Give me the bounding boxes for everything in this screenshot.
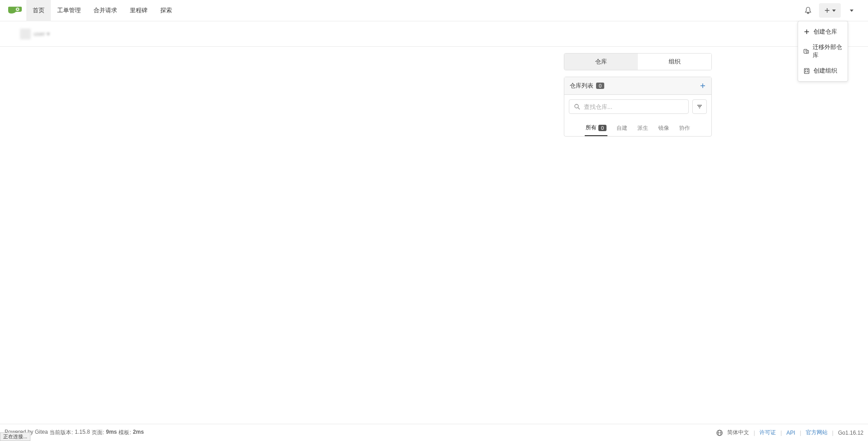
repo-panel: 仓库列表 0 所有 0 — [564, 77, 712, 137]
filter-tab-fork[interactable]: 派生 — [636, 121, 649, 136]
nav-explore[interactable]: 探索 — [154, 0, 178, 21]
notifications-button[interactable] — [800, 3, 816, 18]
repo-panel-header: 仓库列表 0 — [564, 77, 711, 95]
navbar-right — [800, 3, 864, 18]
filter-icon — [696, 103, 703, 110]
migrate-icon — [804, 48, 809, 54]
svg-rect-2 — [804, 69, 809, 74]
plus-icon — [700, 83, 706, 89]
svg-rect-6 — [807, 71, 808, 72]
svg-rect-3 — [805, 69, 806, 70]
nav-milestones[interactable]: 里程碑 — [123, 0, 154, 21]
plus-icon — [804, 29, 810, 35]
repo-search-row — [564, 95, 711, 118]
main-content: 仓库 组织 仓库列表 0 — [0, 47, 868, 137]
svg-rect-5 — [805, 71, 806, 72]
repo-count-badge: 0 — [596, 83, 604, 89]
nav-home[interactable]: 首页 — [26, 0, 51, 21]
create-dropdown-menu: 创建仓库 迁移外部仓库 创建组织 — [798, 21, 848, 82]
profile-dropdown-button[interactable] — [843, 3, 860, 18]
dropdown-item-label: 创建组织 — [814, 67, 837, 75]
context-header: user ▾ — [0, 21, 868, 47]
bell-icon — [804, 7, 812, 14]
filter-tab-mirror[interactable]: 镜像 — [657, 121, 670, 136]
repo-list-title: 仓库列表 — [570, 82, 593, 90]
organization-icon — [804, 68, 810, 74]
filter-tab-collab[interactable]: 协作 — [678, 121, 691, 136]
avatar — [20, 29, 31, 39]
dashboard-sidebar: 仓库 组织 仓库列表 0 — [564, 53, 712, 137]
nav-pulls[interactable]: 合并请求 — [87, 0, 123, 21]
filter-tab-label: 所有 — [586, 124, 597, 132]
repo-panel-title: 仓库列表 0 — [570, 82, 604, 90]
plus-icon — [824, 7, 830, 14]
gitea-logo-icon[interactable] — [8, 5, 22, 16]
create-dropdown-button[interactable] — [819, 3, 841, 18]
filter-tab-count: 0 — [598, 125, 607, 131]
repo-search-box[interactable] — [569, 99, 689, 114]
dropdown-create-repo[interactable]: 创建仓库 — [798, 24, 848, 39]
dropdown-item-label: 创建仓库 — [814, 28, 837, 36]
repo-search-input[interactable] — [584, 103, 684, 110]
svg-point-7 — [575, 104, 578, 108]
context-user-name: user ▾ — [34, 30, 50, 37]
svg-rect-1 — [804, 49, 807, 53]
dropdown-create-org[interactable]: 创建组织 — [798, 63, 848, 78]
caret-down-icon — [832, 10, 836, 12]
tab-orgs[interactable]: 组织 — [638, 54, 711, 70]
tab-repos[interactable]: 仓库 — [564, 54, 638, 70]
search-icon — [574, 103, 580, 110]
filter-tab-all[interactable]: 所有 0 — [585, 121, 607, 136]
navbar: 首页 工单管理 合并请求 里程碑 探索 — [0, 0, 868, 21]
new-repo-button[interactable] — [700, 83, 706, 89]
sidebar-tabs: 仓库 组织 — [564, 53, 712, 70]
caret-down-icon — [850, 10, 853, 12]
dropdown-item-label: 迁移外部仓库 — [813, 43, 842, 59]
dropdown-migrate-repo[interactable]: 迁移外部仓库 — [798, 39, 848, 63]
filter-tab-source[interactable]: 自建 — [616, 121, 628, 136]
dashboard-feed — [20, 53, 564, 137]
context-user-selector[interactable]: user ▾ — [20, 29, 50, 39]
navbar-left: 首页 工单管理 合并请求 里程碑 探索 — [4, 0, 178, 21]
repo-filter-tabs: 所有 0 自建 派生 镜像 协作 — [564, 118, 711, 136]
nav-issues[interactable]: 工单管理 — [51, 0, 87, 21]
svg-rect-4 — [807, 69, 808, 70]
repo-filter-button[interactable] — [692, 99, 707, 114]
